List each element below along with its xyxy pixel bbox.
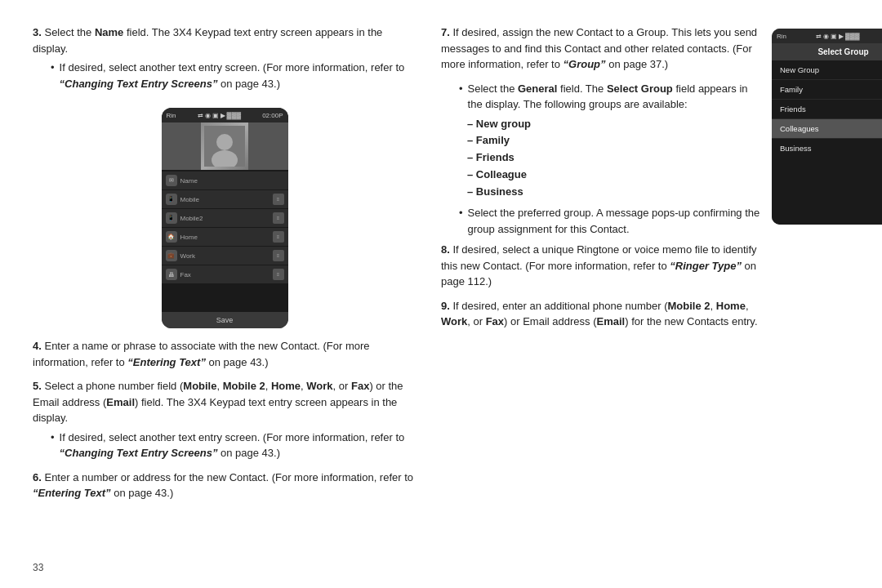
phone-left-photo — [162, 122, 288, 170]
phone-right-mockup: Rin ⇄◉▣▶▓▓▓ 02:01P Select Group New Grou… — [772, 29, 882, 225]
group-colleagues: Colleagues — [772, 119, 882, 139]
phone-right-status: Rin ⇄◉▣▶▓▓▓ 02:01P — [772, 29, 882, 43]
step-7-bullet: • Select the General field. The Select G… — [459, 81, 764, 113]
phone-field-name: ✉ Name — [162, 172, 288, 189]
phone-field-mobile: 📱 Mobile ≡ — [162, 190, 288, 208]
step-4-num: 4. — [33, 340, 42, 352]
step-3-num: 3. — [33, 26, 42, 38]
right-steps: 7. If desired, assign the new Contact to… — [441, 24, 764, 564]
step-3-text1: Select the — [44, 26, 94, 38]
group-list: New Group Family Friends Colleagues Busi… — [772, 60, 882, 225]
step-3-bullet: • If desired, select another text entry … — [51, 60, 416, 91]
group-item-friends: – Friends — [467, 149, 764, 167]
step-6-num: 6. — [33, 471, 42, 483]
step-5-bullet: • If desired, select another text entry … — [51, 430, 416, 461]
step-7-note-bullet: • Select the preferred group. A message … — [459, 205, 764, 237]
phone-field-home: 🏠 Home ≡ — [162, 228, 288, 246]
step-4-block: 4. Enter a name or phrase to associate w… — [33, 338, 416, 370]
group-item-family: – Family — [467, 132, 764, 149]
step-3-bullet-text: If desired, select another text entry sc… — [60, 60, 416, 91]
step-5-indent: • If desired, select another text entry … — [51, 430, 416, 461]
step-9-num: 9. — [441, 300, 450, 312]
phone-field-fax: 🖷 Fax ≡ — [162, 265, 288, 283]
phone-left-status: Rin ⇄◉▣▶▓▓▓ 02:00P — [162, 108, 288, 122]
group-list-dashes: – New group – Family – Friends – Colleag… — [467, 116, 764, 201]
phone-right-container: Rin ⇄◉▣▶▓▓▓ 02:01P Select Group New Grou… — [772, 24, 882, 564]
step-7-num: 7. — [441, 26, 450, 38]
phone-left-fields: ✉ Name 📱 Mobile ≡ 📱 Mobile2 ≡ 🏠 — [162, 170, 288, 312]
group-item-colleague: – Colleague — [467, 167, 764, 184]
phone-field-work: 💼 Work ≡ — [162, 247, 288, 265]
phone-save-bar: Save — [162, 312, 288, 328]
select-group-header: Select Group — [772, 43, 882, 60]
phone-field-mobile2: 📱 Mobile2 ≡ — [162, 209, 288, 227]
step-4-end: on page 43.) — [206, 356, 269, 368]
step-7-note: Select the preferred group. A message po… — [468, 205, 764, 237]
step-9-block: 9. If desired, enter an additional phone… — [441, 298, 764, 330]
left-column: 3. Select the Name field. The 3X4 Keypad… — [33, 24, 433, 564]
step-8-block: 8. If desired, select a unique Ringtone … — [441, 242, 764, 290]
step-7-block: 7. If desired, assign the new Contact to… — [441, 24, 764, 73]
group-friends: Friends — [772, 100, 882, 119]
group-new-group: New Group — [772, 60, 882, 80]
step-5-text1: Select a phone number field ( — [44, 380, 183, 392]
step-6-block: 6. Enter a number or address for the new… — [33, 470, 416, 501]
step-7-indent: • Select the General field. The Select G… — [459, 81, 764, 238]
phone-left-mockup: Rin ⇄◉▣▶▓▓▓ 02:00P — [162, 108, 288, 328]
step-5-num: 5. — [33, 380, 42, 392]
page-number: 33 — [33, 562, 43, 573]
group-item-business: – Business — [467, 184, 764, 201]
step-3-block: 3. Select the Name field. The 3X4 Keypad… — [33, 24, 416, 91]
step-5-block: 5. Select a phone number field (Mobile, … — [33, 378, 416, 461]
step-8-num: 8. — [441, 243, 450, 256]
group-business: Business — [772, 139, 882, 158]
right-column: 7. If desired, assign the new Contact to… — [433, 24, 882, 564]
group-family: Family — [772, 80, 882, 100]
group-item-new: – New group — [467, 116, 764, 133]
step-3-indent: • If desired, select another text entry … — [51, 60, 416, 91]
step-3-bold-name: Name — [95, 26, 123, 38]
step-4-italic: “Entering Text” — [127, 356, 206, 368]
svg-point-1 — [216, 134, 233, 150]
